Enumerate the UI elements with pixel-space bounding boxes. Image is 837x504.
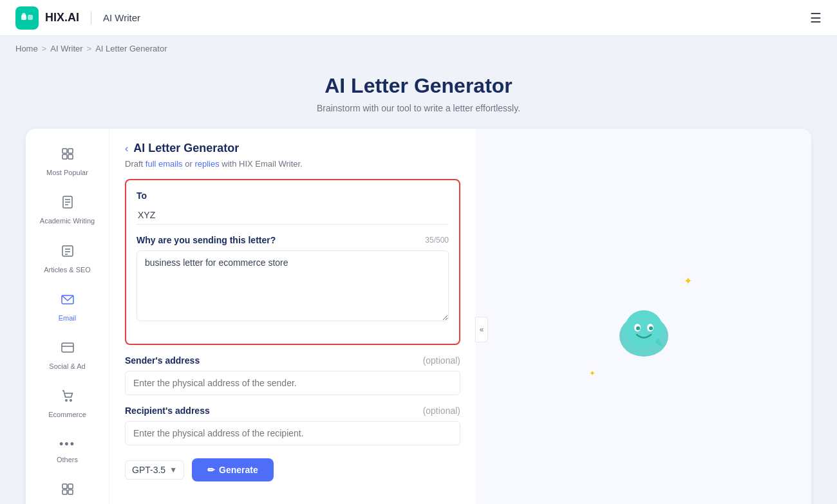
sidebar-item-email[interactable]: Email bbox=[26, 285, 109, 330]
svg-point-18 bbox=[65, 400, 66, 401]
mascot-area: ✦ ✦ bbox=[608, 294, 679, 365]
svg-point-28 bbox=[636, 326, 640, 330]
why-label-text: Why are you sending this letter? bbox=[136, 235, 276, 245]
sidebar-item-others-label: Others bbox=[57, 455, 78, 464]
svg-rect-21 bbox=[68, 484, 73, 489]
form-header: ‹ AI Letter Generator bbox=[125, 142, 460, 155]
model-select-label: GPT-3.5 bbox=[132, 465, 165, 475]
svg-point-29 bbox=[649, 326, 653, 330]
form-bottom: GPT-3.5 ▼ ✏ Generate bbox=[125, 458, 460, 481]
sidebar-item-most-popular-label: Most Popular bbox=[46, 168, 88, 177]
svg-rect-1 bbox=[28, 15, 33, 20]
recipient-optional: (optional) bbox=[423, 406, 460, 416]
svg-rect-6 bbox=[68, 154, 73, 159]
recipient-address-input[interactable] bbox=[125, 421, 460, 445]
sidebar-item-email-label: Email bbox=[59, 313, 77, 322]
header: HIX.AI AI Writer ☰ bbox=[0, 0, 837, 36]
svg-rect-16 bbox=[62, 343, 73, 352]
svg-rect-23 bbox=[68, 490, 73, 494]
recipient-field-group: Recipient's address (optional) bbox=[125, 406, 460, 445]
sender-label-text: Sender's address bbox=[125, 355, 200, 366]
all-icon bbox=[61, 482, 75, 499]
sender-address-input[interactable] bbox=[125, 371, 460, 395]
sidebar-item-academic-writing[interactable]: Academic Writing bbox=[26, 187, 109, 233]
generate-icon: ✏ bbox=[207, 465, 215, 475]
sender-label: Sender's address (optional) bbox=[125, 355, 460, 366]
svg-rect-4 bbox=[68, 149, 73, 153]
sidebar-item-others[interactable]: ••• Others bbox=[26, 430, 109, 472]
sidebar: Most Popular Academic Writing bbox=[26, 129, 109, 504]
breadcrumb-home[interactable]: Home bbox=[15, 44, 38, 53]
svg-point-2 bbox=[22, 13, 26, 17]
form-desc-suffix: with HIX Email Writer. bbox=[220, 159, 303, 169]
back-arrow-button[interactable]: ‹ bbox=[125, 143, 128, 154]
sidebar-item-ecommerce[interactable]: Ecommerce bbox=[26, 381, 109, 427]
form-title: AI Letter Generator bbox=[133, 142, 239, 155]
sidebar-item-all[interactable]: All bbox=[26, 474, 109, 504]
others-icon: ••• bbox=[59, 438, 75, 451]
generate-label: Generate bbox=[219, 465, 258, 475]
form-desc-middle: or bbox=[183, 159, 195, 169]
sidebar-item-most-popular[interactable]: Most Popular bbox=[26, 139, 109, 185]
model-select[interactable]: GPT-3.5 ▼ bbox=[125, 460, 184, 480]
sparkle-icon-1: ✦ bbox=[684, 275, 692, 287]
breadcrumb-current: AI Letter Generator bbox=[95, 44, 167, 53]
breadcrumb-sep2: > bbox=[87, 44, 92, 53]
most-popular-icon bbox=[61, 147, 75, 164]
form-description: Draft full emails or replies with HIX Em… bbox=[125, 159, 460, 169]
svg-point-19 bbox=[70, 400, 71, 401]
form-desc-prefix: Draft bbox=[125, 159, 146, 169]
collapse-button[interactable]: « bbox=[475, 317, 488, 342]
form-area: ‹ AI Letter Generator Draft full emails … bbox=[109, 129, 476, 504]
ecommerce-icon bbox=[61, 389, 75, 406]
header-section-label: AI Writer bbox=[103, 12, 140, 23]
sender-optional: (optional) bbox=[423, 355, 460, 366]
sidebar-item-academic-writing-label: Academic Writing bbox=[40, 216, 95, 225]
sparkle-icon-2: ✦ bbox=[589, 369, 596, 378]
content-card: Most Popular Academic Writing bbox=[26, 129, 811, 504]
to-input[interactable] bbox=[136, 206, 449, 225]
email-icon bbox=[61, 292, 75, 310]
svg-rect-20 bbox=[62, 484, 67, 489]
social-ad-icon bbox=[61, 341, 75, 358]
main-content: Most Popular Academic Writing bbox=[0, 129, 837, 504]
generate-button[interactable]: ✏ Generate bbox=[192, 458, 274, 481]
breadcrumb-sep1: > bbox=[42, 44, 47, 53]
sidebar-item-social-ad[interactable]: Social & Ad bbox=[26, 333, 109, 378]
full-emails-link[interactable]: full emails bbox=[146, 159, 183, 169]
why-textarea[interactable]: business letter for ecommerce store bbox=[136, 250, 449, 321]
recipient-label: Recipient's address (optional) bbox=[125, 406, 460, 416]
breadcrumb-ai-writer[interactable]: AI Writer bbox=[50, 44, 82, 53]
header-divider bbox=[91, 12, 91, 24]
recipient-label-text: Recipient's address bbox=[125, 406, 210, 416]
right-panel: « ✦ ✦ bbox=[476, 129, 811, 504]
sidebar-item-social-ad-label: Social & Ad bbox=[49, 362, 85, 371]
sender-field-group: Sender's address (optional) bbox=[125, 355, 460, 395]
svg-rect-3 bbox=[62, 149, 67, 153]
to-label: To bbox=[136, 191, 449, 201]
svg-rect-5 bbox=[62, 154, 67, 159]
sidebar-item-articles-seo[interactable]: Articles & SEO bbox=[26, 236, 109, 282]
page-title: AI Letter Generator bbox=[0, 74, 837, 98]
highlighted-form-section: To Why are you sending this letter? 35/5… bbox=[125, 179, 460, 345]
sidebar-item-articles-seo-label: Articles & SEO bbox=[44, 265, 91, 274]
to-field-group: To bbox=[136, 191, 449, 225]
why-field-group: Why are you sending this letter? 35/500 … bbox=[136, 235, 449, 323]
breadcrumb: Home > AI Writer > AI Letter Generator bbox=[0, 36, 837, 61]
page-subtitle: Brainstorm with our tool to write a lett… bbox=[0, 103, 837, 113]
logo-text: HIX.AI bbox=[45, 11, 79, 24]
mascot-svg bbox=[608, 294, 679, 365]
articles-seo-icon bbox=[61, 244, 75, 261]
replies-link[interactable]: replies bbox=[194, 159, 219, 169]
svg-rect-22 bbox=[62, 490, 67, 494]
hamburger-button[interactable]: ☰ bbox=[810, 10, 822, 26]
sidebar-item-ecommerce-label: Ecommerce bbox=[48, 410, 86, 419]
academic-writing-icon bbox=[61, 195, 75, 212]
why-label: Why are you sending this letter? 35/500 bbox=[136, 235, 449, 245]
header-left: HIX.AI AI Writer bbox=[15, 6, 140, 30]
page-title-area: AI Letter Generator Brainstorm with our … bbox=[0, 61, 837, 129]
chevron-down-icon: ▼ bbox=[169, 465, 177, 474]
why-char-count: 35/500 bbox=[425, 236, 449, 245]
logo-icon bbox=[15, 6, 39, 30]
